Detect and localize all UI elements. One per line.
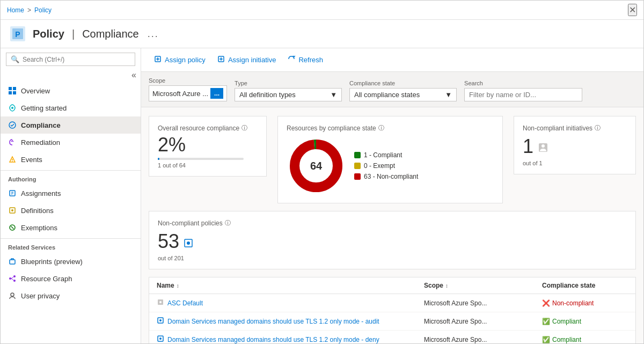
sidebar-item-blueprints[interactable]: Blueprints (preview) xyxy=(1,253,141,270)
type-dropdown[interactable]: All definition types ▼ xyxy=(235,88,342,101)
initiatives-info-icon[interactable]: ⓘ xyxy=(595,124,601,132)
policies-count-row: 53 xyxy=(158,230,627,253)
compliance-dropdown-chevron: ▼ xyxy=(445,91,452,99)
sidebar-item-label-overview: Overview xyxy=(21,87,50,95)
compliance-value: All compliance states xyxy=(354,91,420,99)
assign-initiative-icon xyxy=(217,55,225,64)
definitions-icon xyxy=(8,206,17,215)
dashboard: Overall resource compliance ⓘ 2% 1 out o… xyxy=(141,107,643,343)
sidebar-item-label-compliance: Compliance xyxy=(21,121,61,129)
row-2-compliance-label: Compliant xyxy=(552,336,581,343)
row-2-icon xyxy=(157,335,164,343)
refresh-button[interactable]: Refresh xyxy=(282,53,328,67)
sidebar-item-label-events: Events xyxy=(21,156,42,164)
overall-compliance-card: Overall resource compliance ⓘ 2% 1 out o… xyxy=(149,116,267,177)
toolbar: Assign policy Assign initiative Refresh xyxy=(141,48,643,72)
sidebar-item-remediation[interactable]: Remediation xyxy=(1,134,141,151)
assign-policy-label: Assign policy xyxy=(165,56,206,64)
sidebar-item-overview[interactable]: Overview xyxy=(1,82,141,99)
breadcrumb-current[interactable]: Policy xyxy=(34,6,52,14)
svg-rect-3 xyxy=(9,87,12,90)
sidebar-search-wrap: 🔍 xyxy=(6,53,135,66)
sidebar-item-definitions[interactable]: Definitions xyxy=(1,202,141,219)
legend-item-compliant: 1 - Compliant xyxy=(354,151,418,159)
sidebar-item-resource-graph[interactable]: Resource Graph xyxy=(1,270,141,287)
table-header: Name ↕ Scope ↕ Compliance state xyxy=(149,277,635,294)
row-2-scope: Microsoft Azure Spo... xyxy=(424,336,542,343)
col-scope-header[interactable]: Scope ↕ xyxy=(424,282,542,289)
events-icon xyxy=(8,155,17,164)
overall-compliance-pct: 2% xyxy=(158,135,258,155)
row-0-name-link[interactable]: ASC Default xyxy=(157,298,424,308)
type-dropdown-chevron: ▼ xyxy=(330,91,337,99)
scope-dots-button[interactable]: ... xyxy=(210,88,223,99)
row-1-name: Domain Services managed domains should u… xyxy=(167,318,379,325)
donut-info-icon[interactable]: ⓘ xyxy=(378,124,384,132)
svg-rect-4 xyxy=(13,87,16,90)
page-subtitle: Compliance xyxy=(82,28,139,40)
sidebar-item-events[interactable]: Events xyxy=(1,151,141,168)
policies-info-icon[interactable]: ⓘ xyxy=(225,219,231,227)
close-button[interactable]: ✕ xyxy=(628,4,637,16)
col-name-header[interactable]: Name ↕ xyxy=(157,282,424,289)
remediation-icon xyxy=(8,138,17,147)
non-compliant-icon: ❌ xyxy=(542,299,550,307)
rocket-icon xyxy=(8,104,17,112)
search-filter: Search xyxy=(464,80,582,101)
row-1-name-link[interactable]: Domain Services managed domains should u… xyxy=(157,317,424,326)
scope-filter: Scope Microsoft Azure ... ... xyxy=(149,77,227,101)
sidebar-item-label-getting-started: Getting started xyxy=(21,104,67,112)
scope-sort-icon[interactable]: ↕ xyxy=(445,283,448,289)
sidebar-item-assignments[interactable]: Assignments xyxy=(1,185,141,202)
svg-text:P: P xyxy=(15,30,20,39)
privacy-icon xyxy=(8,291,17,300)
sidebar-search-input[interactable] xyxy=(23,56,130,63)
compliant-dot xyxy=(354,152,361,158)
scope-selector[interactable]: Microsoft Azure ... ... xyxy=(149,85,227,101)
sidebar-item-exemptions[interactable]: Exemptions xyxy=(1,219,141,236)
search-filter-label: Search xyxy=(464,80,582,86)
row-2-name-link[interactable]: Domain Services managed domains should u… xyxy=(157,335,424,343)
assign-policy-button[interactable]: Assign policy xyxy=(149,53,211,67)
policies-count-icon xyxy=(184,230,193,253)
sidebar-item-user-privacy[interactable]: User privacy xyxy=(1,287,141,304)
assign-initiative-button[interactable]: Assign initiative xyxy=(212,53,282,67)
breadcrumb-home[interactable]: Home xyxy=(7,6,24,14)
row-2-compliance: ✅ Compliant xyxy=(542,336,628,343)
refresh-label: Refresh xyxy=(298,56,323,64)
svg-line-25 xyxy=(11,279,13,280)
svg-point-23 xyxy=(13,280,16,282)
svg-rect-5 xyxy=(9,91,12,94)
overall-info-icon[interactable]: ⓘ xyxy=(241,124,247,132)
sidebar-item-compliance[interactable]: Compliance xyxy=(1,116,141,134)
name-search-input[interactable] xyxy=(464,88,582,101)
compliance-bar-fill xyxy=(158,158,159,160)
name-sort-icon[interactable]: ↕ xyxy=(177,283,179,289)
non-compliant-label: 63 - Non-compliant xyxy=(364,173,418,180)
policies-table: Name ↕ Scope ↕ Compliance state xyxy=(149,277,636,343)
svg-point-42 xyxy=(159,301,162,303)
policies-count-value: 53 xyxy=(158,230,179,253)
compliant-icon-2: ✅ xyxy=(542,336,550,343)
table-row: ASC Default Microsoft Azure Spo... ❌ Non… xyxy=(149,294,635,312)
compliant-label: 1 - Compliant xyxy=(364,151,402,159)
initiatives-count-icon xyxy=(538,135,548,158)
content-area: Assign policy Assign initiative Refresh xyxy=(141,48,643,343)
sidebar-item-getting-started[interactable]: Getting started xyxy=(1,99,141,116)
donut-legend: 1 - Compliant 0 - Exempt 63 - Non-compli… xyxy=(354,151,418,180)
table-row: Domain Services managed domains should u… xyxy=(149,312,635,331)
initiatives-sub: out of 1 xyxy=(523,160,627,166)
grid-icon xyxy=(8,86,17,95)
svg-line-24 xyxy=(11,277,13,279)
sidebar-collapse-button[interactable]: « xyxy=(131,70,136,80)
exempt-dot xyxy=(354,163,361,169)
donut-label: Resources by compliance state xyxy=(287,125,376,132)
compliant-icon: ✅ xyxy=(542,318,550,325)
more-options-button[interactable]: ... xyxy=(148,28,159,40)
svg-point-38 xyxy=(541,144,545,148)
svg-point-46 xyxy=(159,338,162,340)
type-label: Type xyxy=(235,80,342,86)
svg-point-11 xyxy=(12,161,13,162)
compliance-dropdown[interactable]: All compliance states ▼ xyxy=(349,88,457,101)
row-2-name: Domain Services managed domains should u… xyxy=(167,336,379,343)
